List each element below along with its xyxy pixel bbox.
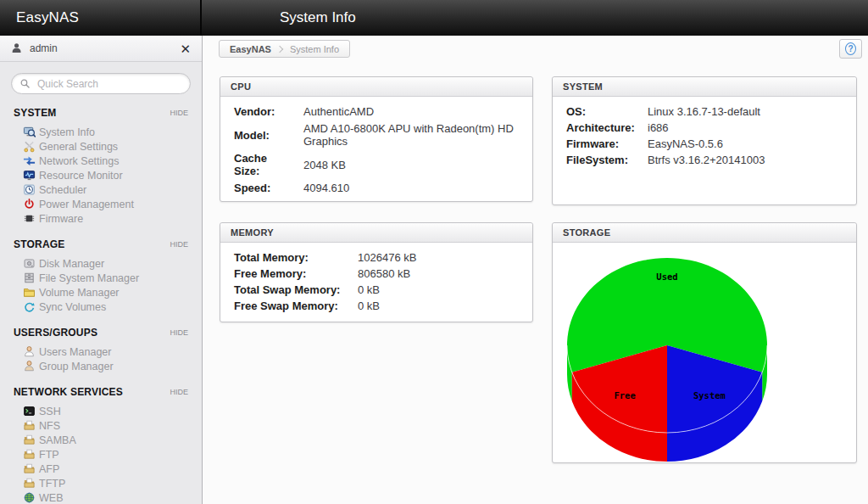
breadcrumb-item[interactable]: System Info	[290, 44, 339, 54]
info-label: Vendor:	[234, 105, 295, 118]
info-value: 2048 KB	[303, 159, 519, 171]
menu-list: System Info General Settings Network Set…	[0, 125, 202, 226]
pie-slice-label: Free	[614, 390, 635, 400]
info-label: Firmware:	[566, 137, 643, 150]
sidebar-item-label: Network Settings	[39, 155, 119, 167]
sidebar-item-nfs[interactable]: NFS	[23, 418, 202, 433]
sidebar-item-ftp[interactable]: FTP	[23, 447, 202, 462]
sidebar-item-volume-manager[interactable]: Volume Manager	[23, 285, 202, 300]
network-settings-icon	[23, 154, 36, 167]
sidebar-item-label: Volume Manager	[39, 287, 120, 299]
breadcrumb-chevron-icon	[276, 45, 283, 52]
sidebar-item-afp[interactable]: AFP	[23, 462, 202, 476]
breadcrumb: EasyNASSystem Info	[219, 40, 350, 58]
memory-panel-title: MEMORY	[220, 223, 532, 243]
info-label: Free Swap Memory:	[234, 300, 353, 312]
sidebar-item-system-info[interactable]: System Info	[23, 125, 202, 139]
sidebar-item-web[interactable]: WEB	[23, 490, 202, 504]
page-title: System Info	[280, 9, 356, 26]
sidebar-menu: SYSTEM HIDE System Info General Settings…	[0, 107, 202, 504]
system-panel-title: SYSTEM	[553, 77, 856, 97]
sidebar-item-network-settings[interactable]: Network Settings	[23, 154, 202, 168]
sidebar-item-group-manager[interactable]: Group Manager	[23, 359, 202, 373]
info-value: 4094.610	[303, 182, 519, 194]
info-label: FileSystem:	[566, 154, 643, 166]
sidebar-item-tftp[interactable]: TFTP	[23, 476, 202, 490]
memory-panel: MEMORY Total Memory:1026476 kBFree Memor…	[220, 222, 533, 322]
info-value: Linux 3.16.7-13-default	[648, 105, 843, 118]
top-bar: EasyNAS System Info	[0, 0, 868, 36]
info-value: 806580 kB	[358, 267, 519, 280]
search-input[interactable]	[36, 77, 182, 91]
sidebar-item-label: SAMBA	[39, 434, 76, 446]
system-info-icon	[23, 126, 36, 138]
ssh-icon	[23, 405, 36, 417]
menu-list: Disk Manager File System Manager Volume …	[0, 256, 202, 314]
username: admin	[30, 42, 180, 54]
sidebar-item-file-system-manager[interactable]: File System Manager	[23, 271, 202, 285]
main-content: EasyNASSystem Info ? CPU Vendor:Authenti…	[203, 36, 868, 504]
cpu-panel: CPU Vendor:AuthenticAMDModel:AMD A10-680…	[220, 76, 533, 202]
info-label: Speed:	[234, 182, 295, 194]
info-label: OS:	[566, 105, 643, 118]
sidebar-section-header: SYSTEM HIDE	[0, 107, 202, 119]
ftp-icon	[23, 448, 36, 461]
info-value: AuthenticAMD	[303, 105, 519, 118]
menu-list: Users Manager Group Manager	[0, 344, 202, 373]
user-icon	[11, 42, 23, 54]
sidebar-item-label: NFS	[39, 420, 60, 432]
menu-list: SSH NFS SAMBA FTP AFP TFTP WEB	[0, 404, 202, 504]
info-value: 0 kB	[358, 283, 519, 296]
afp-icon	[23, 462, 36, 475]
section-title: SYSTEM	[14, 107, 170, 119]
sidebar-item-label: Power Management	[39, 199, 134, 210]
sidebar-item-disk-manager[interactable]: Disk Manager	[23, 256, 202, 271]
sidebar-item-label: Group Manager	[39, 361, 114, 372]
info-value: 0 kB	[358, 300, 519, 312]
sync-volumes-icon	[23, 300, 36, 313]
sidebar-section-header: USERS/GROUPS HIDE	[0, 327, 202, 339]
sidebar-item-sync-volumes[interactable]: Sync Volumes	[23, 300, 202, 314]
app-title: EasyNAS	[16, 9, 79, 26]
sidebar-item-label: Scheduler	[39, 184, 86, 196]
info-label: Total Memory:	[234, 251, 353, 264]
section-hide-button[interactable]: HIDE	[170, 388, 188, 396]
sidebar-item-resource-monitor[interactable]: Resource Monitor	[23, 168, 202, 182]
section-hide-button[interactable]: HIDE	[170, 328, 188, 337]
system-info-table: OS:Linux 3.16.7-13-defaultArchitecture:i…	[566, 105, 843, 166]
sidebar-item-power-management[interactable]: Power Management	[23, 197, 202, 211]
top-bar-main: System Info	[202, 0, 868, 36]
file-system-manager-icon	[23, 272, 36, 284]
sidebar-item-firmware[interactable]: Firmware	[23, 211, 202, 226]
breadcrumb-item[interactable]: EasyNAS	[230, 44, 271, 54]
section-title: NETWORK SERVICES	[14, 386, 170, 398]
sidebar-item-label: Sync Volumes	[39, 301, 106, 313]
samba-icon	[23, 434, 36, 446]
group-manager-icon	[23, 360, 36, 372]
sidebar-section-header: NETWORK SERVICES HIDE	[0, 386, 202, 398]
storage-panel: STORAGE UsedFreeSystem	[552, 222, 857, 463]
sidebar-item-label: Disk Manager	[39, 258, 104, 270]
sidebar-item-users-manager[interactable]: Users Manager	[23, 344, 202, 359]
sidebar: admin ✕ SYSTEM HIDE System Info General …	[0, 36, 203, 504]
section-hide-button[interactable]: HIDE	[170, 240, 188, 249]
sidebar-item-general-settings[interactable]: General Settings	[23, 139, 202, 154]
section-hide-button[interactable]: HIDE	[170, 109, 188, 117]
sidebar-item-label: Users Manager	[39, 346, 111, 358]
sidebar-item-label: Firmware	[39, 213, 83, 225]
sidebar-item-label: File System Manager	[39, 272, 139, 284]
memory-info-table: Total Memory:1026476 kBFree Memory:80658…	[234, 251, 519, 312]
sidebar-item-samba[interactable]: SAMBA	[23, 433, 202, 447]
sidebar-item-ssh[interactable]: SSH	[23, 404, 202, 418]
info-value: i686	[648, 121, 843, 134]
info-value: AMD A10-6800K APU with Radeon(tm) HD Gra…	[303, 122, 519, 148]
help-button[interactable]: ?	[839, 39, 862, 59]
system-panel: SYSTEM OS:Linux 3.16.7-13-defaultArchite…	[552, 76, 857, 205]
pie-slice-label: System	[693, 390, 726, 400]
sidebar-item-scheduler[interactable]: Scheduler	[23, 182, 202, 197]
search-box[interactable]	[11, 73, 191, 94]
disk-manager-icon	[23, 257, 36, 270]
close-icon[interactable]: ✕	[180, 42, 191, 55]
general-settings-icon	[23, 140, 36, 153]
cpu-panel-title: CPU	[220, 77, 532, 97]
